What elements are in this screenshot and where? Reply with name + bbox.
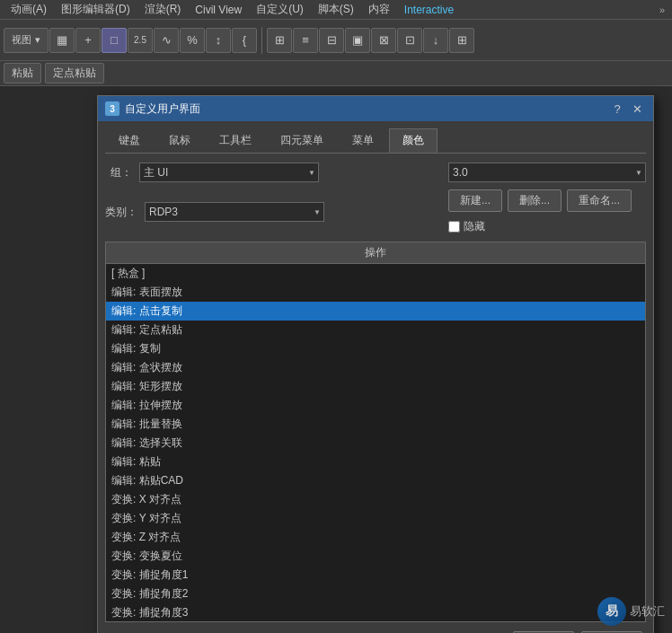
list-item[interactable]: 变换: Y 对齐点 bbox=[106, 509, 645, 528]
view-dropdown[interactable]: 视图 ▾ bbox=[4, 28, 49, 53]
tab-keyboard[interactable]: 键盘 bbox=[105, 128, 154, 153]
toolbar-down-btn[interactable]: ↓ bbox=[423, 28, 448, 53]
dialog-help-button[interactable]: ? bbox=[608, 100, 626, 118]
toolbar-percent-btn[interactable]: % bbox=[180, 28, 205, 53]
list-item[interactable]: 编辑: 粘贴CAD bbox=[106, 471, 645, 490]
group-select[interactable]: 主 UI bbox=[139, 163, 319, 182]
delete-button[interactable]: 删除... bbox=[508, 189, 561, 212]
list-item[interactable]: 变换: 变换夏位 bbox=[106, 547, 645, 566]
tab-quad-menu[interactable]: 四元菜单 bbox=[267, 128, 337, 153]
list-item[interactable]: 变换: 捕捉角度2 bbox=[106, 585, 645, 603]
list-item[interactable]: 编辑: 矩形摆放 bbox=[106, 377, 645, 396]
category-row: 类别： RDP3 新建... 删除... 重命名... 隐藏 bbox=[105, 189, 646, 234]
dialog-title: 自定义用户界面 bbox=[125, 101, 606, 117]
toolbar-arrow-btn[interactable]: ↕ bbox=[206, 28, 231, 53]
menu-more-arrow[interactable]: » bbox=[656, 4, 668, 15]
hidden-row: 隐藏 bbox=[448, 219, 646, 234]
toolbar-brace-btn[interactable]: { bbox=[232, 28, 257, 53]
toolbar-plus-btn[interactable]: + bbox=[75, 28, 101, 53]
list-item[interactable]: 编辑: 批量替换 bbox=[106, 415, 645, 434]
dialog-icon: 3 bbox=[105, 101, 119, 116]
toolbar-right-group: ⊞ ≡ ⊟ ▣ ⊠ ⊡ ↓ ⊞ bbox=[267, 28, 474, 53]
right-dropdown[interactable]: 3.0 bbox=[448, 163, 646, 182]
toolbar-dot-btn[interactable]: ⊡ bbox=[397, 28, 422, 53]
toolbar-curve-btn[interactable]: ∿ bbox=[154, 28, 179, 53]
tab-menu[interactable]: 菜单 bbox=[339, 128, 387, 153]
menu-script[interactable]: 脚本(S) bbox=[311, 0, 361, 20]
list-item[interactable]: 编辑: 表面摆放 bbox=[106, 283, 645, 302]
menu-interactive[interactable]: Interactive bbox=[397, 0, 461, 20]
new-button[interactable]: 新建... bbox=[448, 189, 502, 212]
toolbar-view-group: 视图 ▾ ▦ + □ 2.5 ∿ % ↕ { bbox=[4, 28, 257, 53]
category-select[interactable]: RDP3 bbox=[145, 202, 324, 222]
toolbar-list-btn[interactable]: ≡ bbox=[293, 28, 318, 53]
list-container: 操作 [ 热盒 ]编辑: 表面摆放编辑: 点击复制编辑: 定点粘贴编辑: 复制编… bbox=[105, 242, 646, 622]
menu-content[interactable]: 内容 bbox=[361, 0, 397, 20]
dialog-titlebar: 3 自定义用户界面 ? ✕ bbox=[98, 96, 653, 121]
list-item[interactable]: 编辑: 盒状摆放 bbox=[106, 358, 645, 377]
dialog-tabs: 键盘 鼠标 工具栏 四元菜单 菜单 颜色 bbox=[105, 128, 646, 154]
list-item[interactable]: 编辑: 定点粘贴 bbox=[106, 321, 645, 339]
menu-bar: 动画(A) 图形编辑器(D) 渲染(R) Civil View 自定义(U) 脚… bbox=[0, 0, 672, 20]
toolbar-25-btn[interactable]: 2.5 bbox=[128, 28, 153, 53]
group-select-wrapper: 主 UI bbox=[139, 163, 319, 182]
main-content: 操作 [ 热盒 ]编辑: 表面摆放编辑: 点击复制编辑: 定点粘贴编辑: 复制编… bbox=[105, 242, 646, 622]
menu-render[interactable]: 渲染(R) bbox=[137, 0, 189, 20]
menu-graph-editor[interactable]: 图形编辑器(D) bbox=[54, 0, 137, 20]
list-item[interactable]: 变换: X 对齐点 bbox=[106, 490, 645, 509]
list-item[interactable]: [ 热盒 ] bbox=[106, 264, 645, 283]
toolbar-grid2-btn[interactable]: ▣ bbox=[345, 28, 370, 53]
list-item[interactable]: 变换: 捕捉角度1 bbox=[106, 566, 645, 585]
dialog-content: 键盘 鼠标 工具栏 四元菜单 菜单 颜色 组： 主 UI 3.0 bbox=[98, 121, 653, 633]
category-label: 类别： bbox=[105, 205, 137, 220]
list-item[interactable]: 变换: Z 对齐点 bbox=[106, 528, 645, 547]
toolbar-select-btn[interactable]: □ bbox=[102, 28, 127, 53]
menu-customize[interactable]: 自定义(U) bbox=[249, 0, 311, 20]
toolbar-cross-btn[interactable]: ⊠ bbox=[371, 28, 396, 53]
list-box[interactable]: [ 热盒 ]编辑: 表面摆放编辑: 点击复制编辑: 定点粘贴编辑: 复制编辑: … bbox=[105, 263, 646, 622]
list-item[interactable]: 编辑: 选择关联 bbox=[106, 434, 645, 453]
menu-animation[interactable]: 动画(A) bbox=[4, 0, 54, 20]
toolbar-minus-btn[interactable]: ⊟ bbox=[319, 28, 344, 53]
tab-toolbar[interactable]: 工具栏 bbox=[206, 128, 265, 153]
toolbar-sep1 bbox=[261, 27, 262, 54]
toolbar-grid-btn[interactable]: ▦ bbox=[49, 28, 75, 53]
customize-ui-dialog: 3 自定义用户界面 ? ✕ 键盘 鼠标 工具栏 四元菜单 菜单 颜色 组： 主 … bbox=[97, 95, 654, 633]
group-label: 组： bbox=[105, 165, 132, 180]
list-item[interactable]: 编辑: 点击复制 bbox=[106, 302, 645, 321]
watermark: 易 易软汇 bbox=[597, 597, 665, 626]
list-item[interactable]: 变换: 捕捉角度3 bbox=[106, 603, 645, 622]
tab-mouse[interactable]: 鼠标 bbox=[155, 128, 204, 153]
right-dropdown-wrapper: 3.0 bbox=[448, 163, 646, 182]
action-buttons: 新建... 删除... 重命名... bbox=[448, 189, 646, 212]
menu-civil-view[interactable]: Civil View bbox=[188, 0, 249, 20]
list-item[interactable]: 编辑: 粘贴 bbox=[106, 453, 645, 471]
list-item[interactable]: 编辑: 拉伸摆放 bbox=[106, 396, 645, 415]
toolbar-snap-btn[interactable]: ⊞ bbox=[267, 28, 292, 53]
watermark-text: 易软汇 bbox=[630, 603, 665, 620]
dialog-close-button[interactable]: ✕ bbox=[628, 100, 646, 118]
watermark-logo: 易 bbox=[597, 597, 626, 626]
hidden-label: 隐藏 bbox=[464, 219, 485, 234]
paste-button[interactable]: 粘贴 bbox=[4, 63, 41, 84]
tab-colors[interactable]: 颜色 bbox=[389, 128, 438, 153]
toolbar-grid3-btn[interactable]: ⊞ bbox=[449, 28, 474, 53]
right-panel: 新建... 删除... 重命名... 隐藏 bbox=[448, 189, 646, 234]
category-select-wrapper: RDP3 bbox=[145, 202, 324, 222]
list-header: 操作 bbox=[105, 242, 646, 263]
group-row: 组： 主 UI 3.0 bbox=[105, 163, 646, 182]
hidden-checkbox[interactable] bbox=[448, 221, 460, 233]
rename-button[interactable]: 重命名... bbox=[567, 189, 632, 212]
fixed-paste-button[interactable]: 定点粘贴 bbox=[45, 63, 104, 84]
toolbar-row2: 粘贴 定点粘贴 bbox=[0, 61, 672, 86]
main-toolbar: 视图 ▾ ▦ + □ 2.5 ∿ % ↕ { ⊞ ≡ ⊟ ▣ ⊠ ⊡ ↓ ⊞ bbox=[0, 20, 672, 61]
list-item[interactable]: 编辑: 复制 bbox=[106, 339, 645, 358]
